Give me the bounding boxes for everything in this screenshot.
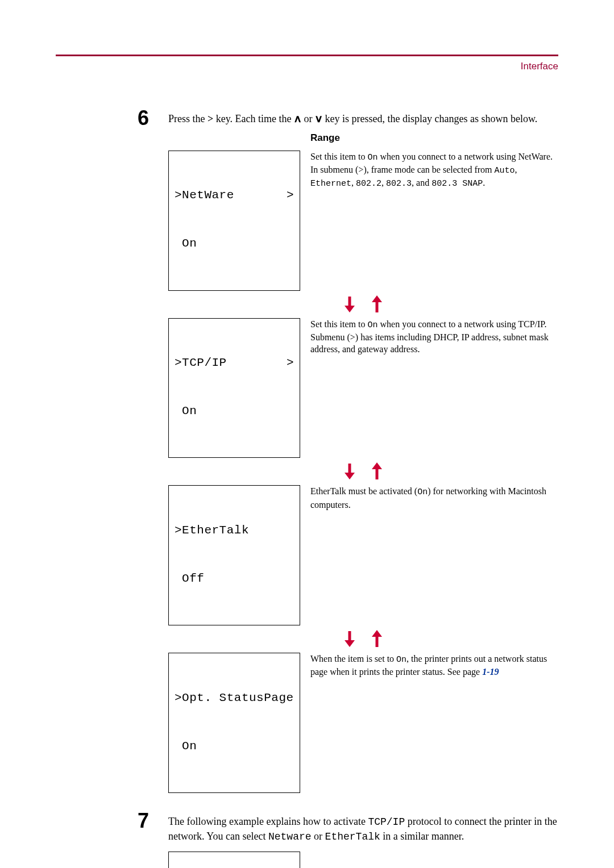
range-heading: Range [310,132,340,143]
t: When the item is set to [310,654,396,663]
lcd-line1-left: >TCP/IP [175,355,227,371]
t: key. Each time the [213,113,294,124]
t: or [301,113,315,124]
lcd-line2: On [175,403,294,419]
arrow-down-icon [343,630,356,647]
t: Set this item to [310,152,367,161]
code: On [396,655,406,665]
svg-marker-5 [345,473,355,479]
lcd-line1-left: >Opt. StatusPage [175,690,294,706]
key-gt: > [208,113,213,124]
t: EtherTalk must be activated ( [310,486,417,496]
lcd-line2: On [175,738,294,754]
lcd-tcpip: >TCP/IP> On [168,318,300,458]
lcd-line2: Off [175,571,294,587]
code: On [367,153,377,162]
t: , [381,178,386,187]
code: Ethernet [310,179,351,189]
lcd-statuspage: >Opt. StatusPage On [168,653,300,793]
top-rule [56,55,558,56]
t: , and [412,178,432,187]
t: in a similar manner. [380,831,464,842]
code: On [417,487,428,497]
code: 802.3 SNAP [432,179,483,189]
caret-up-icon: ∧ [293,112,302,126]
nav-arrows-vertical [168,295,558,312]
code: On [367,320,377,330]
desc-ethertalk: EtherTalk must be activated (On) for net… [310,485,558,625]
lcd-line2: On [175,236,294,252]
lcd-line1-left: >EtherTalk [175,523,249,539]
t: . [483,178,485,187]
desc-tcpip: Set this item to On when you connect to … [310,318,558,458]
code: Netware [268,831,312,842]
t: or [312,831,325,842]
step-6: 6 Press the > key. Each time the ∧ or ∨ … [168,112,558,793]
step-7: 7 The following example explains how to … [168,815,558,868]
step-number: 7 [138,807,149,835]
step7-para1: The following example explains how to ac… [168,815,558,844]
lcd-line1-left: >NetWare [175,187,234,203]
lcd-step7-1: >TCP/IP> On [168,852,300,868]
lcd-netware: >NetWare> On [168,151,300,291]
arrow-up-icon [371,462,383,479]
page-ref-link[interactable]: 1-19 [482,667,499,677]
desc-netware: Set this item to On when you connect to … [310,151,558,291]
t: Press the [168,113,208,124]
lcd-ethertalk: >EtherTalk Off [168,485,300,625]
t: , [515,165,517,174]
arrow-up-icon [371,630,383,647]
code: TCP/IP [368,816,405,828]
t: The following example explains how to ac… [168,816,368,827]
lcd-line1-right: > [287,355,294,371]
desc-statuspage: When the item is set to On, the printer … [310,653,558,793]
lcd-line1-right: > [287,187,294,203]
code: Auto [495,166,515,176]
section-header: Interface [56,61,558,72]
step-number: 6 [138,104,149,132]
svg-marker-9 [345,640,355,647]
t: Set this item to [310,319,367,329]
code: 802.2 [356,179,381,189]
svg-marker-1 [345,306,355,312]
caret-down-icon: ∨ [314,112,323,126]
code: 802.3 [386,179,412,189]
arrow-down-icon [343,295,356,312]
nav-arrows-vertical [168,630,558,647]
arrow-up-icon [371,295,383,312]
t: , [351,178,356,187]
nav-arrows-vertical [168,462,558,479]
code: EtherTalk [325,831,380,842]
arrow-down-icon [343,462,356,479]
t: key is pressed, the display changes as s… [322,113,537,124]
step6-intro: Press the > key. Each time the ∧ or ∨ ke… [168,112,558,126]
